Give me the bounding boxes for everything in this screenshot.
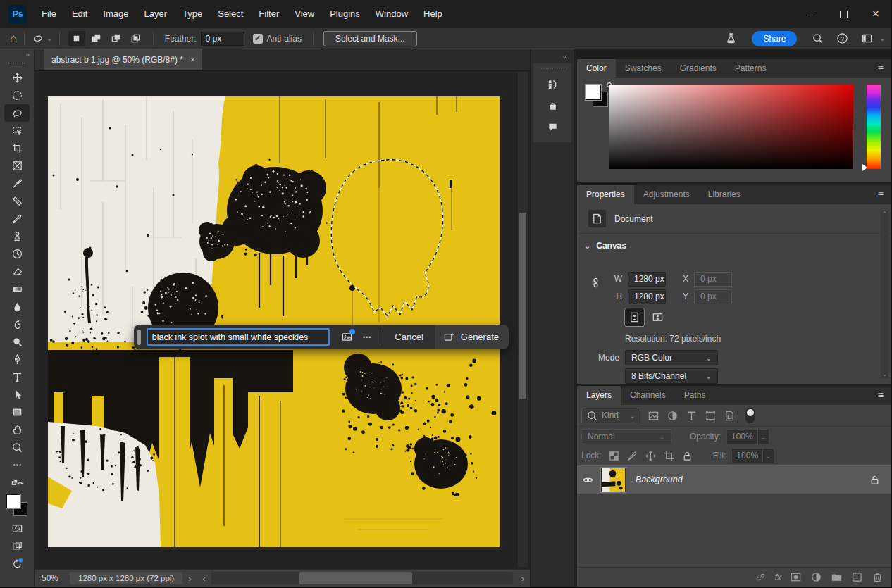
lock-artboard-icon[interactable]	[663, 450, 675, 462]
lock-position-icon[interactable]	[645, 450, 657, 462]
tab-libraries[interactable]: Libraries	[699, 185, 750, 204]
horizontal-scrollbar[interactable]	[211, 572, 513, 584]
edit-toolbar-button[interactable]	[4, 456, 30, 474]
tab-channels[interactable]: Channels	[621, 386, 675, 405]
new-layer-icon[interactable]	[851, 571, 863, 583]
document-info[interactable]: 1280 px x 1280 px (72 ppi)	[70, 572, 182, 584]
menu-window[interactable]: Window	[368, 0, 416, 28]
menu-edit[interactable]: Edit	[64, 0, 95, 28]
select-and-mask-button[interactable]: Select and Mask...	[323, 31, 417, 46]
tab-layers[interactable]: Layers	[577, 386, 621, 405]
horizontal-scrollbar-thumb[interactable]	[299, 572, 412, 584]
properties-scrollbar[interactable]: ⌃ ⌄	[881, 210, 888, 378]
panel-menu-icon[interactable]: ≡	[878, 185, 884, 204]
filter-kind-select[interactable]: Kind ⌄	[581, 408, 640, 423]
tab-patterns[interactable]: Patterns	[726, 59, 776, 78]
generate-button[interactable]: Generate	[435, 325, 509, 349]
filter-type-layers-icon[interactable]	[686, 410, 698, 422]
add-selection-button[interactable]	[88, 31, 105, 46]
height-field[interactable]: 1280 px	[628, 289, 666, 304]
foreground-color-swatch[interactable]	[586, 85, 601, 100]
anti-alias-checkbox[interactable]: ✓	[253, 34, 263, 44]
panel-grip[interactable]	[540, 67, 564, 70]
link-dimensions-icon[interactable]	[590, 277, 602, 289]
taskbar-drag-handle[interactable]	[137, 330, 141, 345]
portrait-orientation-button[interactable]	[625, 308, 644, 326]
saturation-brightness-field[interactable]	[609, 85, 853, 169]
tab-close-icon[interactable]: ×	[190, 55, 195, 65]
tab-paths[interactable]: Paths	[675, 386, 715, 405]
menu-plugins[interactable]: Plugins	[322, 0, 368, 28]
dodge-tool[interactable]	[4, 333, 30, 351]
new-adjustment-layer-icon[interactable]	[810, 571, 822, 583]
new-group-icon[interactable]	[831, 571, 843, 583]
status-next-icon[interactable]: ›	[182, 573, 197, 584]
quick-mask-button[interactable]	[4, 520, 30, 537]
menu-type[interactable]: Type	[175, 0, 210, 28]
tab-gradients[interactable]: Gradients	[671, 59, 726, 78]
panel-menu-icon[interactable]: ≡	[878, 386, 884, 405]
vertical-scrollbar[interactable]: ⌄	[518, 72, 528, 567]
tab-color[interactable]: Color	[577, 59, 616, 78]
lasso-dropdown-chevron[interactable]: ⌄	[47, 35, 52, 42]
bit-depth-select[interactable]: 8 Bits/Channel ⌄	[625, 368, 718, 384]
clone-stamp-tool[interactable]	[4, 227, 30, 245]
fill-chevron[interactable]: ⌄	[763, 448, 774, 463]
document-tab[interactable]: abstract b 1.jpg @ 50% (RGB/8#) * ×	[44, 49, 202, 70]
home-icon[interactable]: ⌂	[10, 29, 17, 49]
type-tool[interactable]	[4, 368, 30, 386]
search-icon[interactable]	[812, 32, 824, 44]
hand-tool[interactable]	[4, 421, 30, 439]
blur-tool[interactable]	[4, 298, 30, 315]
lasso-tool-icon[interactable]	[32, 32, 44, 44]
layer-row-background[interactable]: Background	[577, 465, 891, 494]
tab-bar-grip[interactable]	[35, 49, 44, 70]
layer-effects-icon[interactable]: fx	[775, 573, 781, 582]
color-mode-select[interactable]: RGB Color ⌄	[625, 350, 718, 365]
menu-help[interactable]: Help	[416, 0, 450, 28]
width-field[interactable]: 1280 px	[628, 272, 666, 287]
fill-value[interactable]: 100%	[731, 448, 763, 463]
panel-menu-icon[interactable]: ≡	[878, 59, 884, 78]
marquee-tool[interactable]	[4, 87, 30, 104]
eyedropper-tool[interactable]	[4, 175, 30, 192]
tab-adjustments[interactable]: Adjustments	[634, 185, 699, 204]
toolbar-expand-icon[interactable]: »	[0, 49, 34, 61]
collapse-dock-icon[interactable]: «	[563, 52, 567, 61]
canvas-section-header[interactable]: ⌄ Canvas	[577, 234, 891, 256]
foreground-color-swatch[interactable]	[6, 494, 20, 508]
menu-select[interactable]: Select	[210, 0, 251, 28]
tab-properties[interactable]: Properties	[577, 185, 634, 204]
generative-prompt-input[interactable]	[147, 328, 330, 346]
zoom-level-field[interactable]: 50%	[42, 573, 70, 583]
lock-pixels-icon[interactable]	[626, 450, 638, 462]
path-selection-tool[interactable]	[4, 386, 30, 404]
workspace-switcher-icon[interactable]	[861, 32, 873, 44]
brush-tool[interactable]	[4, 210, 30, 227]
more-options-icon[interactable]: •••	[363, 334, 371, 341]
menu-filter[interactable]: Filter	[251, 0, 287, 28]
scroll-down-icon[interactable]: ⌄	[881, 370, 888, 377]
link-layers-icon[interactable]	[755, 571, 767, 583]
lock-all-icon[interactable]	[681, 450, 693, 462]
maximize-button[interactable]	[827, 0, 860, 28]
reference-image-button[interactable]	[341, 331, 353, 343]
filter-adjustment-layers-icon[interactable]	[667, 410, 679, 422]
opacity-value[interactable]: 100%	[726, 429, 758, 444]
workspace-chevron[interactable]: ⌄	[879, 35, 885, 42]
menu-image[interactable]: Image	[95, 0, 136, 28]
scroll-left-icon[interactable]: ‹	[197, 573, 211, 584]
cancel-button[interactable]: Cancel	[383, 332, 434, 342]
eraser-tool[interactable]	[4, 263, 30, 280]
landscape-orientation-button[interactable]	[648, 308, 667, 326]
rotate-view-button[interactable]	[4, 555, 30, 573]
layer-thumbnail[interactable]	[601, 468, 626, 492]
comments-panel-button[interactable]	[533, 116, 571, 137]
rectangle-tool[interactable]	[4, 404, 30, 421]
menu-file[interactable]: File	[34, 0, 64, 28]
hue-slider[interactable]	[867, 85, 881, 169]
vertical-scrollbar-thumb[interactable]	[519, 213, 526, 399]
pen-tool[interactable]	[4, 351, 30, 368]
blend-mode-select[interactable]: Normal ⌄	[581, 429, 671, 444]
x-field[interactable]: 0 px	[694, 272, 732, 287]
